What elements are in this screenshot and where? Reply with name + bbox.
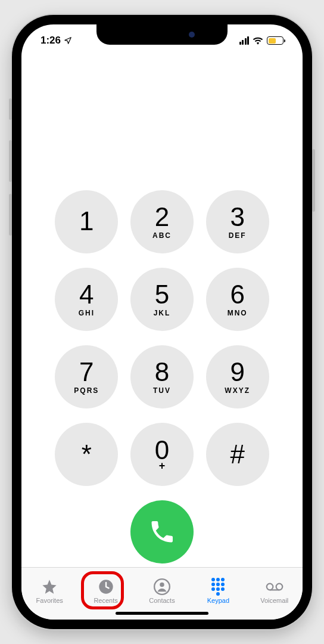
cellular-signal-icon <box>239 36 250 45</box>
tab-keypad[interactable]: Keypad <box>194 578 242 604</box>
key-digit: 3 <box>230 204 244 230</box>
key-5[interactable]: 5 JKL <box>130 268 194 331</box>
clock-icon <box>97 578 115 596</box>
key-1[interactable]: 1 <box>55 190 118 253</box>
key-digit: 9 <box>230 359 244 385</box>
key-4[interactable]: 4 GHI <box>55 268 118 331</box>
tab-bar: Favorites Recents Contacts <box>21 567 303 620</box>
star-icon <box>40 578 58 596</box>
key-letters: GHI <box>79 309 95 317</box>
key-digit: * <box>82 439 92 469</box>
key-digit: 2 <box>155 204 169 230</box>
key-digit: 4 <box>79 281 94 308</box>
tab-label: Recents <box>94 597 117 604</box>
mute-switch <box>9 98 12 120</box>
key-letters: PQRS <box>74 386 99 395</box>
key-letters: WXYZ <box>225 386 250 395</box>
key-digit: 1 <box>79 208 94 234</box>
wifi-icon <box>253 36 263 45</box>
main-content: 1 2 ABC 3 DEF 4 GHI 5 JKL <box>21 53 303 567</box>
status-time: 1:26 <box>40 35 61 47</box>
battery-icon <box>267 36 284 45</box>
keypad-icon <box>209 578 227 596</box>
key-0[interactable]: 0 + <box>130 423 194 486</box>
location-icon <box>64 36 72 45</box>
key-3[interactable]: 3 DEF <box>206 190 269 253</box>
keypad: 1 2 ABC 3 DEF 4 GHI 5 JKL <box>21 190 303 486</box>
screen: 1:26 1 2 <box>21 24 303 620</box>
home-indicator[interactable] <box>116 612 208 615</box>
tab-recents[interactable]: Recents <box>82 578 130 604</box>
notch <box>96 24 228 45</box>
call-button[interactable] <box>130 500 194 564</box>
key-digit: 6 <box>230 281 244 308</box>
voicemail-icon <box>266 578 284 596</box>
tab-label: Voicemail <box>260 597 288 604</box>
key-hash[interactable]: # <box>206 423 269 486</box>
key-8[interactable]: 8 TUV <box>130 345 194 408</box>
phone-icon <box>148 518 176 546</box>
tab-contacts[interactable]: Contacts <box>138 578 186 604</box>
tab-favorites[interactable]: Favorites <box>26 578 73 604</box>
key-star[interactable]: * <box>55 423 118 486</box>
person-icon <box>153 578 171 596</box>
key-letters: TUV <box>153 386 171 395</box>
key-digit: 5 <box>155 281 169 308</box>
key-2[interactable]: 2 ABC <box>130 190 194 253</box>
number-display-area <box>21 53 303 190</box>
tab-label: Contacts <box>149 597 175 604</box>
key-letters: MNO <box>228 309 248 317</box>
key-digit: # <box>230 439 244 469</box>
key-letters: ABC <box>152 231 172 240</box>
volume-up-button <box>9 140 12 182</box>
key-letters: JKL <box>154 309 171 317</box>
power-button <box>312 149 315 212</box>
key-letters: DEF <box>229 231 247 240</box>
key-digit: 8 <box>155 359 169 385</box>
device-frame: 1:26 1 2 <box>12 15 312 629</box>
svg-point-4 <box>276 583 282 590</box>
tab-label: Favorites <box>36 597 63 604</box>
tab-voicemail[interactable]: Voicemail <box>251 578 298 604</box>
volume-down-button <box>9 194 12 236</box>
key-6[interactable]: 6 MNO <box>206 268 269 331</box>
svg-point-2 <box>160 582 164 586</box>
battery-fill <box>269 38 276 44</box>
tab-label: Keypad <box>207 597 229 604</box>
key-digit: 7 <box>79 359 94 385</box>
key-7[interactable]: 7 PQRS <box>55 345 118 408</box>
svg-point-3 <box>267 583 273 590</box>
key-9[interactable]: 9 WXYZ <box>206 345 269 408</box>
key-letters: + <box>159 460 166 472</box>
